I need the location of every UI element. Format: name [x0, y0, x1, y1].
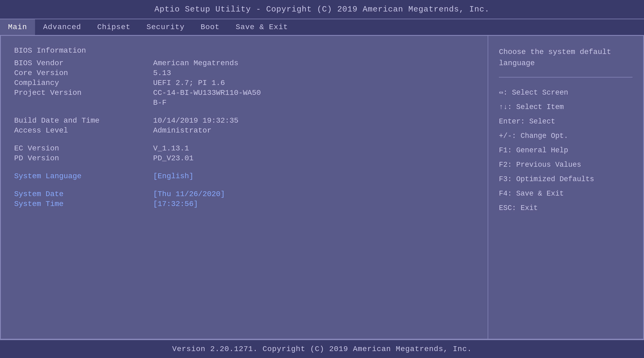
bios-vendor-value: American Megatrends [153, 59, 238, 67]
access-level-value: Administrator [153, 126, 211, 135]
shortcut-f1: F1: General Help [499, 143, 633, 158]
footer-text: Version 2.20.1271. Copyright (C) 2019 Am… [172, 345, 472, 353]
help-divider [499, 77, 633, 77]
project-version-row: Project Version CC-14-BI-WU133WR110-WA50 [14, 89, 474, 97]
main-content: BIOS Information BIOS Vendor American Me… [0, 35, 644, 340]
nav-item-main[interactable]: Main [0, 19, 35, 35]
system-language-label: System Language [14, 172, 153, 180]
system-language-value: [English] [153, 172, 193, 180]
right-panel: Choose the system default language ⇔: Se… [488, 36, 643, 339]
shortcut-f2: F2: Previous Values [499, 158, 633, 172]
core-version-label: Core Version [14, 69, 153, 77]
app: Aptio Setup Utility - Copyright (C) 2019… [0, 0, 644, 358]
nav-item-advanced[interactable]: Advanced [35, 19, 89, 35]
system-date-label: System Date [14, 190, 153, 198]
nav-item-save-exit[interactable]: Save & Exit [228, 19, 296, 35]
gap1 [14, 108, 474, 116]
left-panel: BIOS Information BIOS Vendor American Me… [1, 36, 488, 339]
system-time-value: [17:32:56] [153, 200, 198, 208]
shortcut-select-item: ↑↓: Select Item [499, 100, 633, 114]
gap4 [14, 182, 474, 190]
bios-vendor-label: BIOS Vendor [14, 59, 153, 67]
compliancy-row: Compliancy UEFI 2.7; PI 1.6 [14, 79, 474, 87]
shortcuts: ⇔: Select Screen ↑↓: Select Item Enter: … [499, 85, 633, 215]
ec-version-row: EC Version V_1.13.1 [14, 144, 474, 153]
shortcut-enter: Enter: Select [499, 114, 633, 129]
pd-version-value: PD_V23.01 [153, 154, 193, 162]
bios-vendor-row: BIOS Vendor American Megatrends [14, 59, 474, 67]
access-level-label: Access Level [14, 126, 153, 135]
shortcut-f4: F4: Save & Exit [499, 186, 633, 201]
system-time-row[interactable]: System Time [17:32:56] [14, 200, 474, 208]
project-version-continuation-row: B-F [14, 99, 474, 107]
system-language-row[interactable]: System Language [English] [14, 172, 474, 180]
build-date-value: 10/14/2019 19:32:35 [153, 116, 238, 125]
help-text: Choose the system default language [499, 46, 633, 69]
gap2 [14, 136, 474, 144]
core-version-value: 5.13 [153, 69, 171, 77]
bios-information-title: BIOS Information [14, 46, 474, 55]
ec-version-value: V_1.13.1 [153, 144, 189, 153]
build-date-label: Build Date and Time [14, 116, 153, 125]
gap3 [14, 164, 474, 172]
nav-item-chipset[interactable]: Chipset [89, 19, 139, 35]
pd-version-label: PD Version [14, 154, 153, 162]
shortcut-select-screen: ⇔: Select Screen [499, 85, 633, 100]
shortcut-f3: F3: Optimized Defaults [499, 172, 633, 186]
access-level-row: Access Level Administrator [14, 126, 474, 135]
shortcut-change-opt: +/-: Change Opt. [499, 129, 633, 143]
compliancy-value: UEFI 2.7; PI 1.6 [153, 79, 225, 87]
footer: Version 2.20.1271. Copyright (C) 2019 Am… [0, 340, 644, 358]
nav-item-boot[interactable]: Boot [193, 19, 228, 35]
nav-item-security[interactable]: Security [138, 19, 192, 35]
nav-bar: Main Advanced Chipset Security Boot Save… [0, 19, 644, 35]
compliancy-label: Compliancy [14, 79, 153, 87]
project-version-continuation-value: B-F [153, 99, 166, 107]
project-version-continuation-label [14, 99, 153, 107]
title-text: Aptio Setup Utility - Copyright (C) 2019… [154, 5, 490, 14]
help-text-content: Choose the system default language [499, 48, 611, 67]
title-bar: Aptio Setup Utility - Copyright (C) 2019… [0, 0, 644, 19]
system-date-row[interactable]: System Date [Thu 11/26/2020] [14, 190, 474, 198]
core-version-row: Core Version 5.13 [14, 69, 474, 77]
shortcut-esc: ESC: Exit [499, 201, 633, 215]
ec-version-label: EC Version [14, 144, 153, 153]
project-version-value: CC-14-BI-WU133WR110-WA50 [153, 89, 261, 97]
system-date-value: [Thu 11/26/2020] [153, 190, 225, 198]
system-time-label: System Time [14, 200, 153, 208]
build-date-row: Build Date and Time 10/14/2019 19:32:35 [14, 116, 474, 125]
pd-version-row: PD Version PD_V23.01 [14, 154, 474, 162]
project-version-label: Project Version [14, 89, 153, 97]
